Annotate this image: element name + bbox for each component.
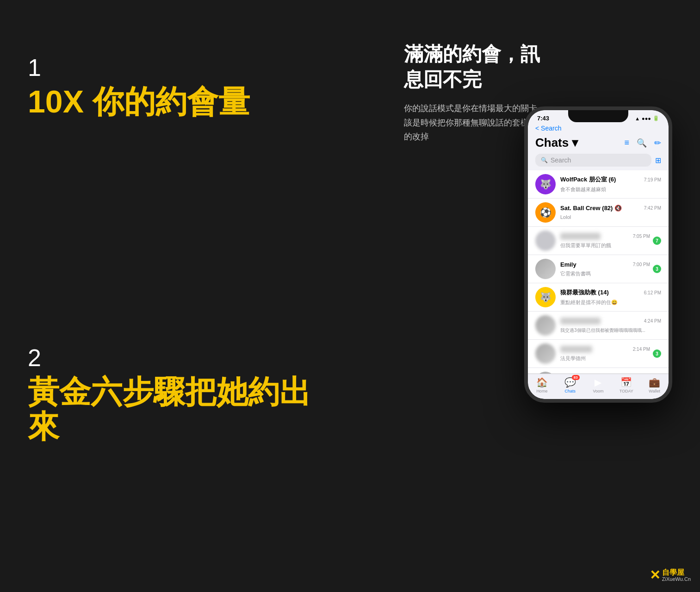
chat-item[interactable]: Tina Yesterday 清水？ 1 bbox=[528, 368, 669, 374]
chat-item[interactable]: XXXXXXXXXX 7:05 PM 但我需要單單用訂的餓 7 bbox=[528, 227, 669, 255]
avatar bbox=[535, 231, 556, 251]
search-small-icon: 🔍 bbox=[541, 157, 548, 163]
chat-item[interactable]: ⚽ Sat. Ball Crew (82) 🔇 7:42 PM Lolol bbox=[528, 199, 669, 227]
tab-wallet-label: Wallet bbox=[649, 389, 660, 393]
header-icons: ≡ 🔍 ✏ bbox=[624, 138, 661, 148]
avatar bbox=[535, 343, 556, 364]
search-input[interactable]: 🔍 Search bbox=[535, 154, 651, 167]
chat-time: 7:42 PM bbox=[644, 206, 661, 211]
search-placeholder: Search bbox=[551, 156, 571, 164]
tab-chats[interactable]: 💬 83 Chats bbox=[558, 377, 582, 393]
chat-name-row: XXXXXXXXXX 7:05 PM bbox=[560, 233, 650, 240]
back-label[interactable]: < Search bbox=[535, 125, 561, 132]
chats-title: Chats ▾ bbox=[535, 136, 578, 150]
status-icons: ▲ ●●● 🔋 bbox=[635, 115, 659, 121]
avatar bbox=[535, 315, 556, 336]
chat-time: 6:12 PM bbox=[644, 290, 661, 295]
chats-tab-badge: 83 bbox=[572, 375, 580, 380]
watermark: ✕ 自學屋 ZiXueWu.Cn bbox=[650, 567, 691, 583]
chat-preview: 法見學德州 bbox=[560, 355, 586, 361]
chat-content: WolfPack 朋公室 (6) 7:19 PM 會不會聽越來越麻煩 bbox=[560, 175, 661, 193]
chat-time: 7:19 PM bbox=[644, 177, 661, 182]
tab-wallet[interactable]: 💼 Wallet bbox=[643, 377, 666, 393]
chat-name: 狼群最強助教 (14) bbox=[560, 288, 609, 297]
watermark-x-icon: ✕ bbox=[650, 567, 660, 583]
tab-chats-label: Chats bbox=[564, 389, 576, 393]
left-column: 1 10X 你的約會量 2 黃金六步驟把她約出來 3 透過網聊建立信任感 bbox=[28, 0, 324, 592]
filter-icon[interactable]: ≡ bbox=[624, 138, 629, 148]
tab-voom-label: Voom bbox=[593, 389, 603, 393]
phone-wrapper: 7:43 ▲ ●●● 🔋 < Search Chats ▾ ≡ 🔍 ✏ bbox=[524, 106, 672, 403]
chat-time: 7:05 PM bbox=[633, 234, 650, 239]
chat-name: XXXXXXXXXX bbox=[560, 318, 601, 324]
section-2-title: 黃金六步驟把她約出來 bbox=[28, 374, 324, 444]
chat-name-row: Sat. Ball Crew (82) 🔇 7:42 PM bbox=[560, 205, 661, 212]
chat-item[interactable]: XXXXXXXXXX 4:24 PM 我交過3個吸已但我都被覺睡哦哦哦哦哦... bbox=[528, 312, 669, 340]
avatar bbox=[535, 372, 556, 374]
section-3: 3 透過網聊建立信任感 bbox=[28, 480, 324, 592]
today-icon: 📅 bbox=[620, 377, 632, 388]
chat-name: XXXXXXXXXX bbox=[560, 233, 601, 240]
tab-home[interactable]: 🏠 Home bbox=[530, 377, 553, 393]
chat-name-row: XXXXXXXXXX 4:24 PM bbox=[560, 318, 661, 324]
signal-icon: ●●● bbox=[642, 116, 651, 121]
chat-preview: 重點經射是擋不掉的住😄 bbox=[560, 299, 618, 305]
chat-name: Sat. Ball Crew (82) 🔇 bbox=[560, 205, 622, 212]
tab-home-label: Home bbox=[536, 389, 547, 393]
tab-bar: 🏠 Home 💬 83 Chats ▶ Voom 📅 TODAY bbox=[528, 374, 669, 399]
chat-content: 狼群最強助教 (14) 6:12 PM 重點經射是擋不掉的住😄 bbox=[560, 288, 661, 306]
chat-time: 4:24 PM bbox=[644, 318, 661, 324]
section-2-number: 2 bbox=[28, 346, 324, 370]
chat-item[interactable]: Emily 7:00 PM 它需索告書嗎 3 bbox=[528, 255, 669, 283]
phone-screen: 7:43 ▲ ●●● 🔋 < Search Chats ▾ ≡ 🔍 ✏ bbox=[528, 110, 669, 399]
phone-frame: 7:43 ▲ ●●● 🔋 < Search Chats ▾ ≡ 🔍 ✏ bbox=[524, 106, 672, 403]
chat-name-row: XXXXXXXX 2:14 PM bbox=[560, 346, 650, 353]
filter-list-icon[interactable]: ⊞ bbox=[655, 156, 661, 165]
avatar bbox=[535, 259, 556, 279]
chat-content: XXXXXXXX 2:14 PM 法見學德州 bbox=[560, 346, 650, 362]
search-bar: 🔍 Search ⊞ bbox=[528, 154, 669, 170]
tab-voom[interactable]: ▶ Voom bbox=[587, 377, 610, 393]
chat-item[interactable]: XXXXXXXX 2:14 PM 法見學德州 3 bbox=[528, 340, 669, 368]
chat-name: Emily bbox=[560, 261, 576, 268]
chat-name-row: Emily 7:00 PM bbox=[560, 261, 650, 268]
chat-time: 7:00 PM bbox=[633, 262, 650, 267]
watermark-url: ZiXueWu.Cn bbox=[662, 576, 691, 582]
search-icon[interactable]: 🔍 bbox=[637, 138, 647, 148]
back-nav[interactable]: < Search bbox=[528, 124, 669, 134]
phone-notch bbox=[568, 110, 628, 122]
section-1-number: 1 bbox=[28, 56, 324, 80]
avatar: ⚽ bbox=[535, 202, 556, 223]
chat-badge: 7 bbox=[653, 237, 661, 245]
chat-content: Emily 7:00 PM 它需索告書嗎 bbox=[560, 261, 650, 277]
voom-icon: ▶ bbox=[595, 377, 601, 388]
section-1-title: 10X 你的約會量 bbox=[28, 84, 324, 119]
chat-name-row: WolfPack 朋公室 (6) 7:19 PM bbox=[560, 175, 661, 184]
chat-preview: 它需索告書嗎 bbox=[560, 271, 591, 276]
chat-list: 🐺 WolfPack 朋公室 (6) 7:19 PM 會不會聽越來越麻煩 ⚽ bbox=[528, 170, 669, 374]
tab-today-label: TODAY bbox=[619, 389, 633, 393]
tab-chats-icon-wrapper: 💬 83 bbox=[564, 377, 576, 388]
avatar: 🐺 bbox=[535, 287, 556, 307]
avatar: 🐺 bbox=[535, 174, 556, 194]
chat-content: XXXXXXXXXX 7:05 PM 但我需要單單用訂的餓 bbox=[560, 233, 650, 249]
section-2: 2 黃金六步驟把她約出來 bbox=[28, 156, 324, 444]
headline-title: 滿滿的約會，訊息回不完 bbox=[404, 42, 672, 92]
chat-preview: 我交過3個吸已但我都被覺睡哦哦哦哦哦... bbox=[560, 328, 645, 333]
battery-icon: 🔋 bbox=[653, 115, 659, 121]
watermark-brand: 自學屋 bbox=[662, 568, 691, 577]
home-icon: 🏠 bbox=[536, 377, 548, 388]
chat-preview: 會不會聽越來越麻煩 bbox=[560, 187, 606, 192]
chats-header: Chats ▾ ≡ 🔍 ✏ bbox=[528, 134, 669, 154]
chat-item[interactable]: 🐺 狼群最強助教 (14) 6:12 PM 重點經射是擋不掉的住😄 bbox=[528, 283, 669, 312]
compose-icon[interactable]: ✏ bbox=[654, 138, 661, 148]
chat-content: XXXXXXXXXX 4:24 PM 我交過3個吸已但我都被覺睡哦哦哦哦哦... bbox=[560, 318, 661, 334]
tab-today[interactable]: 📅 TODAY bbox=[615, 377, 638, 393]
chat-item[interactable]: 🐺 WolfPack 朋公室 (6) 7:19 PM 會不會聽越來越麻煩 bbox=[528, 170, 669, 199]
chat-preview: Lolol bbox=[560, 214, 571, 220]
section-1: 1 10X 你的約會量 bbox=[28, 0, 324, 119]
wifi-icon: ▲ bbox=[635, 116, 640, 121]
chat-badge: 3 bbox=[653, 265, 661, 273]
wallet-icon: 💼 bbox=[649, 377, 660, 388]
status-time: 7:43 bbox=[537, 115, 549, 122]
